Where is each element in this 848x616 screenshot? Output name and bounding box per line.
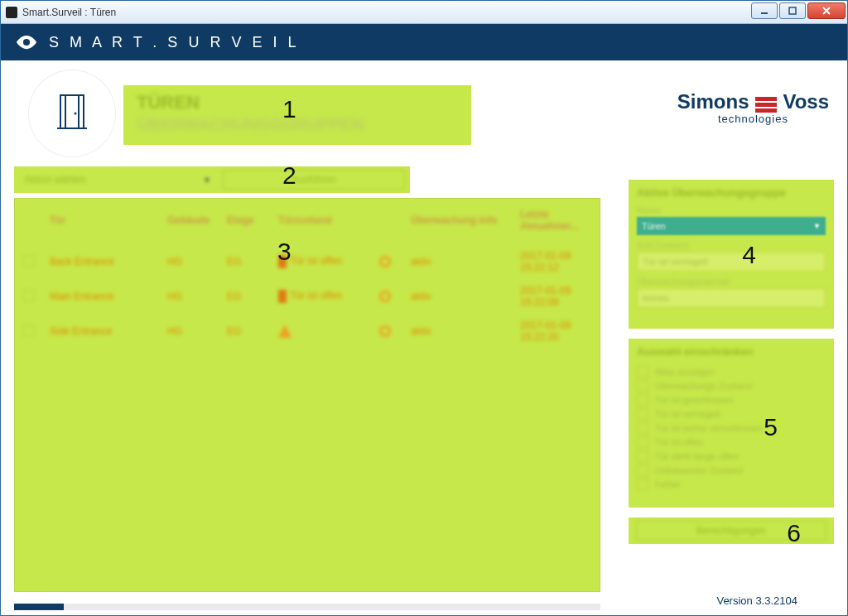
- filter-item[interactable]: Tür ist offen: [637, 436, 826, 448]
- page-icon-circle: [29, 70, 115, 156]
- app-name: S M A R T . S U R V E I L: [49, 34, 299, 51]
- target-state-label: Soll-Zustand: [637, 240, 826, 250]
- maximize-button[interactable]: [779, 2, 806, 19]
- content-area: TÜREN ÜBERWACHUNGSGRUPPEN 1 Aktion wähle…: [1, 60, 847, 615]
- app-icon: [6, 7, 17, 18]
- door-icon: [55, 92, 89, 135]
- cell-state: [272, 315, 371, 348]
- filter-checkbox[interactable]: [637, 436, 648, 448]
- cell-ring: [373, 280, 402, 313]
- brand-part1: Simons: [677, 90, 749, 113]
- status-ring-icon: [379, 291, 391, 302]
- row-checkbox[interactable]: [23, 290, 35, 301]
- filter-label: Fehler: [655, 479, 681, 489]
- brand-sub: technologies: [677, 113, 829, 125]
- col-door[interactable]: Tür: [43, 200, 159, 243]
- filter-header: Auswahl einschränken: [637, 345, 826, 358]
- group-name-value: Türen: [642, 221, 666, 231]
- minimize-button[interactable]: [751, 2, 778, 19]
- name-label: Name: [637, 205, 826, 215]
- close-button[interactable]: [807, 2, 846, 19]
- action-select-text: Aktion wählen: [24, 174, 86, 185]
- door-open-icon: [278, 290, 287, 303]
- filter-item[interactable]: Tür ist geschlossen: [637, 394, 826, 406]
- interval-label: Überwachungsintervall: [637, 277, 826, 286]
- titlebar: Smart.Surveil : Türen: [1, 1, 847, 24]
- filter-checkbox[interactable]: [637, 422, 648, 434]
- app-window: Smart.Surveil : Türen S M A R T . S U R …: [0, 0, 848, 616]
- filter-label: Alles anzeigen: [655, 367, 715, 377]
- filter-item[interactable]: Tür ist sicher verschlossen: [637, 422, 826, 434]
- cell-floor: EG: [220, 315, 270, 348]
- filter-checkbox[interactable]: [637, 366, 648, 378]
- target-state-field[interactable]: Tür ist verriegelt: [637, 252, 826, 272]
- chevron-down-icon: ▼: [203, 176, 211, 185]
- cell-building: HG: [161, 280, 219, 313]
- eye-icon: [16, 31, 37, 53]
- col-updated[interactable]: Letzte Aktualisier...: [513, 200, 598, 243]
- cell-ring: [373, 245, 402, 278]
- filter-item[interactable]: Alles anzeigen: [637, 366, 826, 378]
- filter-item[interactable]: Unbekannter Zustand: [637, 464, 826, 476]
- doors-table: Tür Gebäude Etage Türzustand Überwachung…: [15, 199, 600, 349]
- h-scrollbar[interactable]: [14, 604, 600, 610]
- warning-icon: [278, 325, 292, 338]
- page-title[interactable]: TÜREN: [137, 92, 458, 113]
- execute-button-label: Ausführen: [292, 174, 337, 185]
- table-row[interactable]: Main EntranceHGEGTür ist offenaktiv2017-…: [17, 280, 598, 313]
- svg-rect-1: [789, 7, 796, 14]
- filter-item[interactable]: Tür steht lange offen: [637, 450, 826, 462]
- execute-button[interactable]: Ausführen: [223, 170, 405, 190]
- filter-item[interactable]: Überwachungs-Zustand: [637, 380, 826, 392]
- cell-info: aktiv: [404, 280, 512, 313]
- filter-item[interactable]: Tür ist verriegelt: [637, 408, 826, 420]
- table-header-row: Tür Gebäude Etage Türzustand Überwachung…: [17, 200, 598, 243]
- cell-building: HG: [161, 315, 219, 348]
- brand-bars-icon: [755, 95, 777, 114]
- status-ring-icon: [379, 325, 391, 337]
- filter-label: Überwachungs-Zustand: [655, 381, 752, 391]
- permissions-bar: Berechtigungen: [629, 517, 834, 544]
- app-header: S M A R T . S U R V E I L: [1, 24, 847, 60]
- brand-logo: Simons Voss technologies: [677, 90, 829, 125]
- svg-rect-6: [65, 95, 79, 128]
- doors-table-region: Tür Gebäude Etage Türzustand Überwachung…: [14, 198, 600, 592]
- row-checkbox[interactable]: [23, 255, 35, 267]
- col-building[interactable]: Gebäude: [161, 200, 219, 243]
- col-info[interactable]: Überwachung Info: [404, 200, 512, 243]
- cell-updated: 2017-01-09 15:22:20: [513, 315, 598, 348]
- action-select[interactable]: Aktion wählen ▼: [19, 170, 216, 190]
- row-checkbox[interactable]: [23, 325, 35, 336]
- filter-checkbox[interactable]: [637, 408, 648, 420]
- table-row[interactable]: Back EntranceHGEGTür ist offenaktiv2017-…: [17, 245, 598, 278]
- filter-item[interactable]: Fehler: [637, 479, 826, 490]
- cell-state: Tür ist offen: [272, 280, 371, 313]
- filter-checkbox[interactable]: [637, 464, 648, 476]
- cell-door: Side Entrance: [43, 315, 159, 348]
- col-floor[interactable]: Etage: [220, 200, 270, 243]
- filter-checkbox[interactable]: [637, 394, 648, 406]
- filter-checkbox[interactable]: [637, 380, 648, 392]
- interval-field[interactable]: keines: [637, 288, 826, 308]
- version-label: Version 3.3.2104: [716, 594, 797, 607]
- col-state[interactable]: Türzustand: [272, 200, 371, 243]
- filter-label: Tür ist sicher verschlossen: [655, 423, 763, 433]
- page-subtitle[interactable]: ÜBERWACHUNGSGRUPPEN: [137, 115, 458, 134]
- col-ring: [373, 200, 402, 243]
- filter-checkbox[interactable]: [637, 450, 648, 462]
- table-row[interactable]: Side EntranceHGEGaktiv2017-01-09 15:22:2…: [17, 315, 598, 348]
- filter-label: Unbekannter Zustand: [655, 465, 743, 475]
- permissions-button[interactable]: Berechtigungen: [636, 521, 826, 541]
- cell-building: HG: [161, 245, 219, 278]
- filter-checkbox[interactable]: [637, 479, 648, 490]
- chevron-down-icon: ▼: [813, 222, 821, 230]
- svg-point-7: [75, 113, 77, 115]
- filter-label: Tür ist geschlossen: [655, 395, 734, 405]
- group-name-select[interactable]: Türen ▼: [637, 217, 826, 235]
- cell-updated: 2017-01-09 15:22:09: [513, 280, 598, 313]
- brand-part2: Voss: [783, 90, 829, 113]
- h-scrollbar-thumb[interactable]: [14, 604, 64, 610]
- cell-state: Tür ist offen: [272, 245, 371, 278]
- cell-updated: 2017-01-09 15:22:12: [513, 245, 598, 278]
- cell-floor: EG: [220, 245, 270, 278]
